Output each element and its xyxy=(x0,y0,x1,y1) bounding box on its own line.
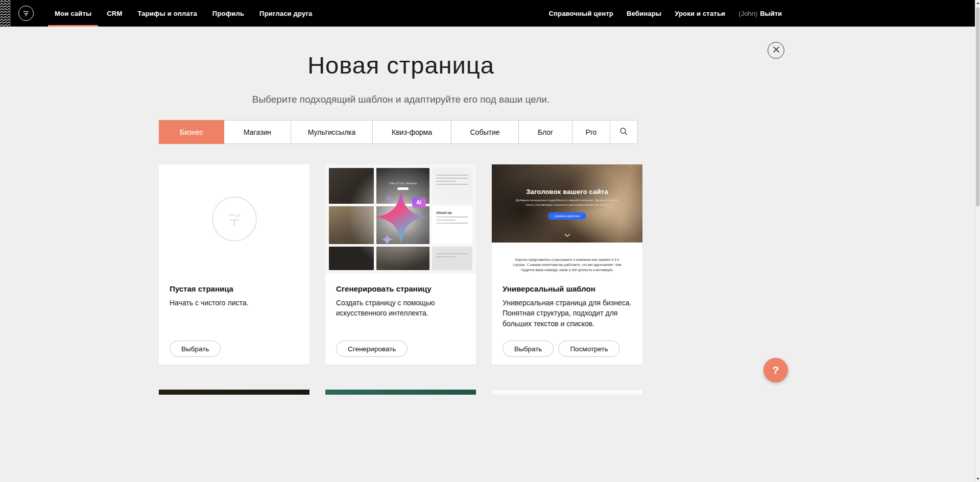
user-name: (John) xyxy=(738,10,757,17)
ai-sparkle-icon xyxy=(381,233,393,246)
help-button[interactable]: ? xyxy=(763,358,788,382)
next-row-previews xyxy=(159,390,643,395)
card-description: Создать страницу с помощью искусственног… xyxy=(336,298,465,319)
scrollbar-down-arrow[interactable] xyxy=(975,476,980,482)
search-icon xyxy=(619,127,628,137)
choose-blank-button[interactable]: Выбрать xyxy=(170,341,221,357)
ai-sparkle-icon xyxy=(386,194,392,201)
template-grid: Пустая страница Начать с чистого листа. … xyxy=(159,164,643,365)
chevron-down-icon xyxy=(564,230,571,239)
tab-pro[interactable]: Pro xyxy=(572,120,610,144)
card-description: Универсальная страница для бизнеса. Поня… xyxy=(503,298,632,329)
page-title: Новая страница xyxy=(0,51,802,79)
nav-my-sites[interactable]: Мои сайты xyxy=(47,0,99,27)
preview-cover-photo: Заголовок вашего сайта Добавьте интересн… xyxy=(492,164,642,243)
preview-cta-button: основное действие xyxy=(548,212,587,220)
preview-subheading: Добавьте интересные подробности о вашей … xyxy=(513,198,622,208)
template-card-blank[interactable]: Пустая страница Начать с чистого листа. … xyxy=(159,164,309,365)
tab-blog[interactable]: Блог xyxy=(518,120,572,144)
card-body: Пустая страница Начать с чистого листа. … xyxy=(159,274,309,365)
ai-preview-collage: Title of Your Website About us xyxy=(325,164,476,274)
tilda-logo[interactable] xyxy=(18,6,34,21)
nav-tariffs[interactable]: Тарифы и оплата xyxy=(130,0,204,27)
nav-webinars[interactable]: Вебинары xyxy=(620,0,668,27)
card-title: Универсальный шаблон xyxy=(503,284,632,293)
universal-preview: Заголовок вашего сайта Добавьте интересн… xyxy=(492,164,642,274)
nav-help-center[interactable]: Справочный центр xyxy=(542,0,620,27)
template-preview-strip[interactable] xyxy=(159,390,309,395)
template-preview-strip[interactable] xyxy=(492,390,642,395)
top-bar: Мои сайты CRM Тарифы и оплата Профиль Пр… xyxy=(0,0,975,27)
scrollbar[interactable] xyxy=(975,0,980,482)
scrollbar-up-arrow[interactable] xyxy=(975,0,980,6)
card-title: Сгенерировать страницу xyxy=(336,284,465,293)
tab-shop[interactable]: Магазин xyxy=(224,120,291,144)
nav-profile[interactable]: Профиль xyxy=(205,0,252,27)
tab-multilink[interactable]: Мультиссылка xyxy=(291,120,373,144)
search-tab[interactable] xyxy=(610,120,638,144)
card-actions: Выбрать xyxy=(170,341,221,357)
template-preview-strip[interactable] xyxy=(325,390,476,395)
tab-quiz-form[interactable]: Квиз-форма xyxy=(372,120,451,144)
card-title: Пустая страница xyxy=(170,284,299,293)
template-card-ai-generate[interactable]: Title of Your Website About us xyxy=(325,164,476,365)
card-body: Универсальный шаблон Универсальная стран… xyxy=(492,274,642,365)
tab-business[interactable]: Бизнес xyxy=(159,120,224,144)
card-body: Сгенерировать страницу Создать страницу … xyxy=(325,274,476,365)
blank-preview xyxy=(159,164,309,274)
user-menu[interactable]: (John) Выйти xyxy=(732,10,782,17)
card-actions: Сгенерировать xyxy=(336,341,408,357)
tab-event[interactable]: Событие xyxy=(451,120,519,144)
logout-link[interactable]: Выйти xyxy=(760,10,782,17)
nav-crm[interactable]: CRM xyxy=(99,0,130,27)
view-universal-button[interactable]: Посмотреть xyxy=(558,341,619,357)
new-page-dialog: Новая страница Выберите подходящий шабло… xyxy=(0,27,802,482)
template-card-universal[interactable]: Заголовок вашего сайта Добавьте интересн… xyxy=(492,164,642,365)
preview-body-text: Коротко представьтесь и расскажите о ком… xyxy=(492,243,642,274)
secondary-nav: Справочный центр Вебинары Уроки и статьи… xyxy=(542,0,782,27)
card-actions: Выбрать Посмотреть xyxy=(503,341,620,357)
main-nav: Мои сайты CRM Тарифы и оплата Профиль Пр… xyxy=(47,0,320,27)
zigzag-decoration-icon xyxy=(0,0,12,27)
nav-invite-friend[interactable]: Пригласи друга xyxy=(252,0,320,27)
ai-badge: AI xyxy=(412,198,426,207)
tilda-watermark-icon xyxy=(212,197,257,242)
tilda-app: Мои сайты CRM Тарифы и оплата Профиль Пр… xyxy=(0,0,980,482)
nav-lessons[interactable]: Уроки и статьи xyxy=(668,0,732,27)
preview-heading: Заголовок вашего сайта xyxy=(526,188,608,196)
scrollbar-thumb[interactable] xyxy=(976,7,979,206)
page-subtitle: Выберите подходящий шаблон и адаптируйте… xyxy=(0,94,802,105)
generate-button[interactable]: Сгенерировать xyxy=(336,341,408,357)
choose-universal-button[interactable]: Выбрать xyxy=(503,341,554,357)
template-category-tabs: Бизнес Магазин Мультиссылка Квиз-форма С… xyxy=(159,120,638,144)
card-description: Начать с чистого листа. xyxy=(170,298,299,308)
